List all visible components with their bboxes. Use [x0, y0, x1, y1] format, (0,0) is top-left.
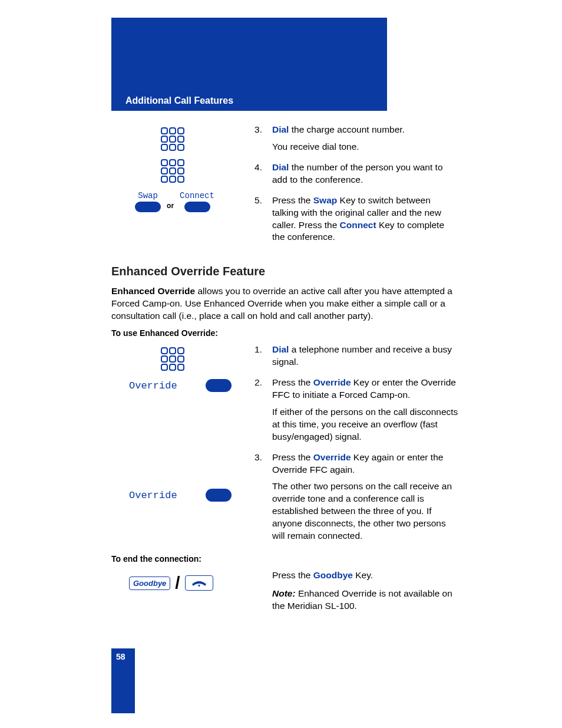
step-text: Key.	[353, 570, 373, 580]
page-number: 58	[116, 652, 125, 661]
keypad-icon	[161, 127, 189, 152]
swap-key-label: Swap	[138, 191, 158, 200]
top-left-column: Swap or Connect	[111, 124, 238, 252]
page-header: Additional Call Features	[111, 18, 387, 111]
step-text: the charge account number.	[289, 124, 404, 134]
swap-key: Swap	[135, 191, 161, 212]
slash-separator: /	[174, 573, 181, 593]
step-subtext: You receive dial tone.	[272, 141, 459, 153]
keyword-override: Override	[313, 377, 351, 387]
step-text: the number of the person you want to add…	[272, 162, 443, 185]
intro-paragraph: Enhanced Override allows you to override…	[111, 285, 459, 322]
override-key-row: Override	[129, 489, 238, 502]
end-right-column: Press the Goodbye Key. Note: Enhanced Ov…	[254, 569, 459, 618]
override-key-row: Override	[129, 379, 238, 392]
step-text: Press the	[272, 195, 313, 205]
sub-heading-end-connection: To end the connection:	[111, 554, 459, 564]
keyword-dial: Dial	[272, 124, 289, 134]
end-connection-section: Goodbye / Press the Goodbye Key. Note: E…	[111, 569, 459, 618]
override-key-label: Override	[129, 380, 177, 391]
step-4: Dial the number of the person you want t…	[254, 162, 459, 186]
connect-key: Connect	[180, 191, 214, 212]
override-step-1: Dial a telephone number and receive a bu…	[254, 344, 459, 368]
step-text: Press the	[254, 570, 313, 580]
goodbye-key-row: Goodbye /	[129, 573, 238, 593]
softkey-pill-icon	[184, 202, 210, 212]
softkey-pill-icon	[206, 489, 232, 502]
override-step-list: Dial a telephone number and receive a bu…	[254, 344, 459, 542]
note-text: Enhanced Override is not available on th…	[272, 588, 452, 611]
keyword-connect: Connect	[340, 220, 376, 230]
step-text: a telephone number and receive a busy si…	[272, 344, 452, 367]
goodbye-instruction: Press the Goodbye Key.	[254, 569, 459, 582]
top-section: Swap or Connect Dial the charge account …	[111, 124, 459, 252]
page-content: Swap or Connect Dial the charge account …	[111, 124, 459, 618]
step-text: Press the	[272, 377, 313, 387]
top-right-column: Dial the charge account number. You rece…	[254, 124, 459, 252]
override-step-2: Press the Override Key or enter the Over…	[254, 377, 459, 443]
step-3: Dial the charge account number. You rece…	[254, 124, 459, 153]
keypad-icon	[161, 347, 189, 372]
keyword-dial: Dial	[272, 344, 289, 354]
override-section: Override Override Dial a telephone numbe…	[111, 344, 459, 551]
keyword-override: Override	[313, 452, 351, 462]
softkey-pill-icon	[206, 379, 232, 392]
sub-heading-use-override: To use Enhanced Override:	[111, 328, 459, 338]
override-left-column: Override Override	[111, 344, 238, 551]
note-label: Note:	[272, 588, 296, 598]
step-subtext: If either of the persons on the call dis…	[272, 406, 459, 443]
override-step-3: Press the Override Key again or enter th…	[254, 452, 459, 542]
hangup-button-icon	[185, 575, 213, 591]
override-key-label: Override	[129, 490, 177, 501]
end-left-column: Goodbye /	[111, 569, 238, 618]
step-5: Press the Swap Key to switch between tal…	[254, 195, 459, 244]
section-heading-enhanced-override: Enhanced Override Feature	[111, 265, 459, 278]
keypad-icon	[161, 159, 189, 184]
page-number-footer: 58	[111, 648, 135, 713]
header-title: Additional Call Features	[125, 95, 233, 106]
softkey-pill-icon	[135, 202, 161, 212]
keyword-goodbye: Goodbye	[313, 570, 353, 580]
keyword-dial: Dial	[272, 162, 289, 172]
top-step-list: Dial the charge account number. You rece…	[254, 124, 459, 243]
step-text: Press the	[272, 452, 313, 462]
keyword-swap: Swap	[313, 195, 337, 205]
override-right-column: Dial a telephone number and receive a bu…	[254, 344, 459, 551]
connect-key-label: Connect	[180, 191, 214, 200]
intro-bold: Enhanced Override	[111, 286, 195, 296]
note-paragraph: Note: Enhanced Override is not available…	[254, 588, 459, 612]
goodbye-button-icon: Goodbye	[129, 577, 170, 590]
or-text: or	[167, 193, 174, 210]
softkey-row: Swap or Connect	[111, 191, 238, 212]
step-subtext: The other two persons on the call receiv…	[272, 480, 459, 542]
